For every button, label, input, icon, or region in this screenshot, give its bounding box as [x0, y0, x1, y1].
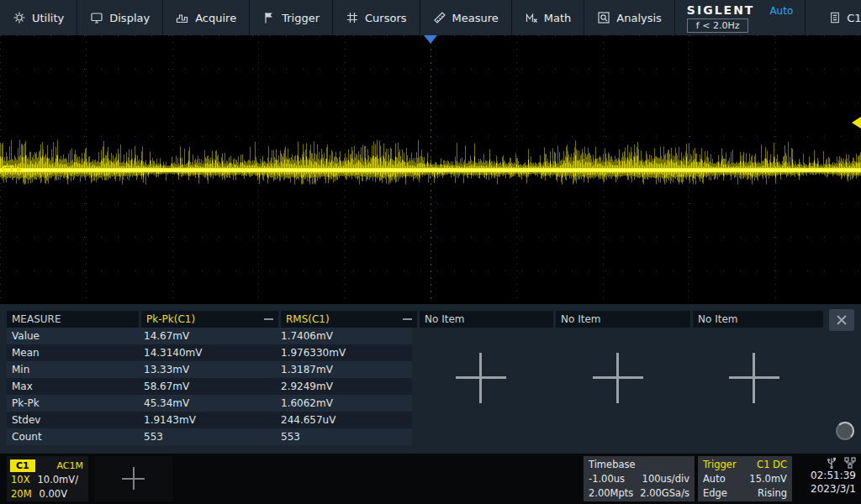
- network-icon: [844, 457, 856, 469]
- menu-item-cursors[interactable]: Cursors: [333, 0, 420, 35]
- measure-table: MEASURE Pk-Pk(C1) RMS(C1) No Item No Ite…: [7, 311, 823, 445]
- measure-panel: MEASURE Pk-Pk(C1) RMS(C1) No Item No Ite…: [0, 304, 861, 454]
- measure-stat-name: Mean: [7, 344, 139, 361]
- cursors-icon: [346, 11, 359, 24]
- menu-item-label: Analysis: [616, 12, 662, 24]
- menu-item-label: Trigger: [282, 12, 320, 24]
- measure-header-cell: MEASURE: [7, 311, 139, 328]
- trigger-level-marker[interactable]: [852, 117, 861, 129]
- display-icon: [90, 11, 103, 24]
- menu-item-utility[interactable]: Utility: [0, 0, 77, 35]
- channel-offset-marker[interactable]: C1: [2, 164, 22, 175]
- measure-row: Value14.67mV1.7406mV: [7, 328, 412, 344]
- trigger-title: Trigger: [703, 458, 737, 472]
- measure-value-cell: 1.7406mV: [276, 328, 412, 344]
- measure-row: Stdev1.9143mV244.657uV: [7, 412, 412, 428]
- menu-item-label: Utility: [32, 12, 64, 24]
- timebase-delay: -1.00us: [589, 472, 625, 486]
- usb-icon: [827, 457, 837, 469]
- measure-row: Pk-Pk45.34mV1.6062mV: [7, 395, 412, 412]
- trigger-source-coupling: C1 DC: [757, 458, 787, 472]
- measure-value-cell: 553: [139, 428, 276, 445]
- measure-header-rms[interactable]: RMS(C1): [281, 311, 417, 328]
- measure-stat-name: Count: [7, 428, 139, 445]
- measure-row: Count553553: [7, 428, 412, 445]
- menu-item-trigger[interactable]: Trigger: [250, 0, 333, 35]
- add-measurement-button[interactable]: [729, 353, 779, 403]
- trigger-mode: Auto: [703, 472, 726, 486]
- timebase-panel[interactable]: Timebase -1.00us 100us/div 2.00Mpts 2.00…: [584, 456, 695, 501]
- timebase-scale: 100us/div: [642, 472, 689, 486]
- measure-value-cell: 58.67mV: [139, 378, 276, 395]
- timebase-memory-depth: 2.00Mpts: [589, 486, 633, 501]
- remove-measure-icon[interactable]: [403, 318, 412, 320]
- channel-offset-label: C1: [2, 164, 15, 175]
- menu-item-label: Math: [544, 12, 572, 24]
- measure-value-cell: 45.34mV: [139, 395, 276, 412]
- measure-header-noitem[interactable]: No Item: [556, 311, 690, 328]
- menu-item-analysis[interactable]: Analysis: [584, 0, 675, 35]
- measure-header-noitem[interactable]: No Item: [693, 311, 823, 328]
- trigger-frequency-readout: f < 2.0Hz: [687, 18, 749, 33]
- brand-logo: SIGLENT: [687, 3, 755, 17]
- measure-stat-name: Pk-Pk: [7, 395, 139, 412]
- add-measurement-button[interactable]: [593, 353, 643, 403]
- system-info: 02:51:39 2023/3/1: [811, 456, 856, 496]
- waveform-display[interactable]: C1: [0, 35, 861, 304]
- trigger-level: 15.0mV: [749, 472, 787, 486]
- menu-item-measure[interactable]: Measure: [420, 0, 512, 35]
- utility-icon: [13, 11, 26, 24]
- remove-measure-icon[interactable]: [264, 318, 273, 320]
- measure-header-label: Pk-Pk(C1): [146, 313, 195, 325]
- menu-item-label: Acquire: [195, 12, 236, 24]
- trigger-panel[interactable]: Trigger C1 DC Auto 15.0mV Edge Rising: [698, 456, 792, 501]
- measure-table-rows: Value14.67mV1.7406mV Mean14.3140mV1.9763…: [7, 328, 823, 445]
- add-measurement-button[interactable]: [456, 353, 506, 403]
- measure-stat-name: Value: [7, 328, 139, 344]
- clock-time: 02:51:39: [811, 469, 856, 482]
- measure-value-cell: 553: [276, 428, 412, 445]
- menu-bar: Utility Display Acquire Trigger Cursors …: [0, 0, 861, 35]
- measure-header-pkpk[interactable]: Pk-Pk(C1): [141, 311, 278, 328]
- measure-table-header: MEASURE Pk-Pk(C1) RMS(C1) No Item No Ite…: [7, 311, 823, 328]
- measure-value-cell: 1.6062mV: [276, 395, 412, 412]
- trigger-position-marker[interactable]: [424, 35, 437, 44]
- channel1-trace: [0, 35, 861, 304]
- channel-bandwidth-limit: 20M: [11, 487, 32, 501]
- acquire-icon: [176, 11, 189, 24]
- measure-row: Mean14.3140mV1.976330mV: [7, 344, 412, 361]
- measure-value-cell: 1.976330mV: [276, 344, 412, 361]
- timebase-sample-rate: 2.00GSa/s: [640, 486, 689, 501]
- channel-name-chip[interactable]: C1: [10, 459, 35, 472]
- menu-item-acquire[interactable]: Acquire: [163, 0, 250, 35]
- channel-info-box[interactable]: C1 AC1M 10X 10.0mV/ 20M 0.00V: [7, 456, 88, 501]
- menu-item-label: Cursors: [365, 12, 407, 24]
- channel-badge-label: C1: [847, 12, 861, 24]
- status-bar: C1 AC1M 10X 10.0mV/ 20M 0.00V Timebase -…: [0, 454, 861, 504]
- menu-item-label: Display: [109, 12, 150, 24]
- timebase-title: Timebase: [589, 458, 636, 472]
- measure-header-noitem[interactable]: No Item: [420, 311, 553, 328]
- measure-stat-name: Stdev: [7, 412, 139, 428]
- menu-item-math[interactable]: Math: [512, 0, 585, 35]
- analysis-icon: [597, 11, 610, 24]
- add-channel-button[interactable]: [94, 456, 172, 501]
- trigger-type: Edge: [703, 486, 727, 501]
- channel-probe-attenuation: 10X: [11, 473, 30, 487]
- trigger-slope: Rising: [758, 486, 787, 501]
- clock-date: 2023/3/1: [811, 482, 856, 496]
- measure-row: Max58.67mV2.9249mV: [7, 378, 412, 395]
- close-measure-panel-button[interactable]: [829, 309, 854, 331]
- channel-offset-arrow-icon: [17, 166, 22, 173]
- measure-value-cell: 1.3187mV: [276, 361, 412, 378]
- channel-offset-value: 0.00V: [40, 487, 67, 501]
- measure-stat-name: Min: [7, 361, 139, 378]
- math-icon: [525, 11, 538, 24]
- channel-badge[interactable]: C1: [816, 0, 861, 35]
- measure-stat-name: Max: [7, 378, 139, 395]
- document-icon: [829, 11, 841, 24]
- measure-value-cell: 14.67mV: [139, 328, 276, 344]
- measure-header-label: RMS(C1): [286, 313, 330, 325]
- menu-item-display[interactable]: Display: [77, 0, 163, 35]
- panel-drag-handle-icon[interactable]: [836, 422, 854, 440]
